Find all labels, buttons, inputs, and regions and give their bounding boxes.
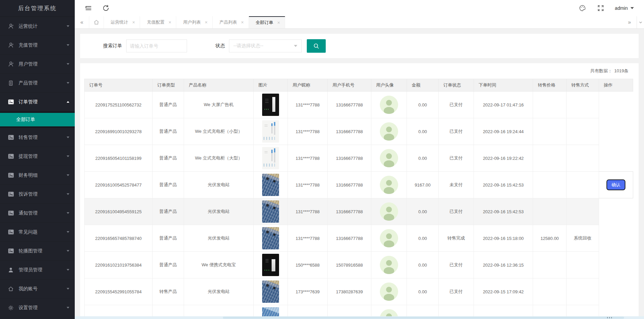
cell-order-no: 2209165054101158199 [85, 145, 153, 172]
cell-order-no: 2209161021019756384 [85, 252, 153, 278]
sidebar-submenu: 全部订单 [0, 112, 75, 128]
tab-4[interactable]: 产品列表× [213, 16, 249, 28]
scrollbar-thumb[interactable] [223, 317, 624, 319]
sidebar-item[interactable]: 轮播图管理 [0, 242, 75, 261]
sidebar-subitem[interactable]: 全部订单 [0, 113, 75, 126]
cell-type: 普通产品 [153, 118, 184, 145]
chevron-down-icon [67, 269, 69, 271]
tab-home[interactable] [89, 16, 104, 28]
sidebar-item[interactable]: 运营统计 [0, 17, 75, 36]
column-header: 转售价格 [533, 79, 567, 92]
total-count-value: 1019条 [614, 68, 628, 73]
cell-type: 普通产品 [153, 145, 184, 172]
cell-order-no: 2209169910010293278 [85, 118, 153, 145]
chevron-down-icon [67, 250, 69, 252]
cell-phone: 13166677788 [328, 145, 371, 172]
tab-2[interactable]: 充值配置× [140, 16, 176, 28]
column-header: 转售方式 [567, 79, 599, 92]
user-filled-icon [7, 267, 14, 273]
tabbar: « 运营统计×充值配置×用户列表×产品列表×全部订单× » [75, 16, 644, 29]
user-icon [7, 42, 14, 49]
sidebar-item[interactable]: 管理员管理 [0, 261, 75, 279]
tab-1[interactable]: 运营统计× [104, 16, 140, 28]
cell-time: 2022-09-16 19:24:44 [474, 118, 533, 145]
tab-3[interactable]: 用户列表× [176, 16, 212, 28]
cell-order-no: 2209161004954559125 [85, 198, 153, 225]
scroll-tabs-right-button[interactable]: » [622, 16, 637, 28]
collapse-menu-icon[interactable] [84, 3, 93, 13]
close-icon[interactable]: × [132, 20, 135, 25]
product-image [262, 200, 279, 223]
confirm-button[interactable]: 确认 [606, 179, 625, 190]
close-icon[interactable]: × [205, 20, 207, 25]
order-search-input[interactable] [126, 40, 187, 52]
column-header: 产品名称 [184, 79, 254, 92]
image-icon [7, 229, 14, 236]
product-image-cell [254, 172, 288, 198]
scroll-tabs-left-button[interactable]: « [75, 16, 89, 28]
product-image [262, 227, 279, 249]
tab-5[interactable]: 全部订单× [249, 16, 285, 28]
cell-status: 已支付 [439, 252, 474, 278]
sidebar-item[interactable]: 我的账号 [0, 279, 75, 298]
orders-table: 订单号订单类型产品名称图片用户昵称用户手机号用户头像金额订单状态下单时间转售价格… [84, 79, 633, 319]
tab-list-dropdown-button[interactable] [637, 16, 644, 28]
cell-type: 普通产品 [153, 172, 184, 198]
tab-label: 全部订单 [256, 20, 273, 26]
chevron-down-icon [67, 174, 69, 176]
user-avatar-cell [371, 252, 407, 278]
user-avatar-cell [371, 118, 407, 145]
cell-resale-price [533, 278, 567, 305]
cell-time: 2022-09-16 15:42:53 [474, 198, 533, 225]
tab-label: 用户列表 [183, 19, 201, 25]
close-icon[interactable]: × [241, 20, 244, 25]
cell-status: 转售完成 [439, 225, 474, 252]
sidebar-item[interactable]: 设置管理 [0, 298, 75, 317]
cell-order-no: 2209161005452578477 [85, 172, 153, 198]
order-row: 2209165657485788740普通产品光伏发电站131****77881… [85, 225, 633, 252]
sidebar-item[interactable]: 投诉管理 [0, 185, 75, 204]
close-icon[interactable]: × [277, 20, 280, 25]
refresh-icon[interactable] [101, 3, 111, 13]
cell-amount: 0.00 [407, 198, 439, 225]
sidebar-item[interactable]: 订单管理 [0, 93, 75, 112]
cell-product: We 便携式充电宝 [184, 252, 254, 278]
product-image-cell [254, 198, 288, 225]
cell-phone: 13166677788 [328, 225, 371, 252]
status-label: 状态 [215, 43, 225, 49]
chevron-down-icon [67, 63, 69, 65]
cell-phone: 13166677788 [328, 118, 371, 145]
cell-product: We 立式充电柜（大型） [184, 145, 254, 172]
column-header: 订单状态 [439, 79, 474, 92]
column-header: 图片 [254, 79, 288, 92]
sidebar-item[interactable]: 充值管理 [0, 36, 75, 55]
cell-product: 光伏发电站 [184, 172, 254, 198]
product-image [262, 120, 279, 143]
cell-type: 普通产品 [153, 198, 184, 225]
user-avatar-cell [371, 145, 407, 172]
sidebar-item[interactable]: 用户管理 [0, 55, 75, 74]
user-avatar-cell [371, 225, 407, 252]
cell-amount: 9167.00 [407, 172, 439, 198]
theme-palette-icon[interactable] [578, 3, 587, 13]
close-icon[interactable]: × [168, 20, 171, 25]
sidebar-item[interactable]: 常见问题 [0, 223, 75, 242]
search-button[interactable] [307, 39, 326, 53]
status-select[interactable]: --请选择状态-- [229, 40, 302, 52]
sidebar-item[interactable]: 产品管理 [0, 74, 75, 93]
document-icon [7, 80, 14, 87]
cell-time: 2022-09-15 17:09:42 [474, 278, 533, 305]
sidebar-item[interactable]: 通知管理 [0, 204, 75, 223]
user-icon [7, 61, 14, 68]
home-icon [7, 286, 14, 292]
horizontal-scrollbar[interactable] [75, 316, 644, 319]
cell-phone: 15078916588 [328, 252, 371, 278]
sidebar-item[interactable]: 提现管理 [0, 147, 75, 166]
sidebar-item[interactable]: 财务明细 [0, 166, 75, 185]
sidebar-item-label: 充值管理 [19, 42, 38, 48]
sidebar-item[interactable]: 转售管理 [0, 128, 75, 147]
fullscreen-icon[interactable] [596, 3, 605, 13]
user-menu[interactable]: admin [615, 5, 634, 11]
cell-resale-type [567, 198, 599, 225]
cell-order-no: 2209165657485788740 [85, 225, 153, 252]
